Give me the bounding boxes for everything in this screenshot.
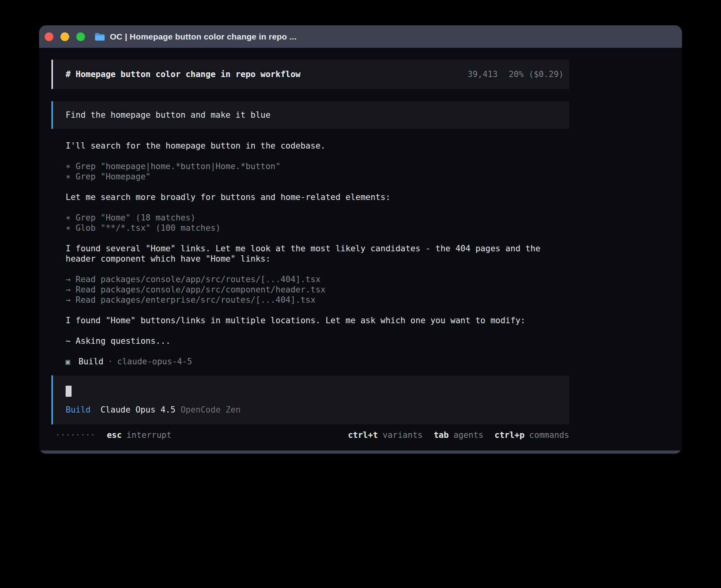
text-cursor bbox=[66, 386, 72, 397]
window-title: OC | Homepage button color change in rep… bbox=[110, 32, 296, 42]
agent-mode-label: Build bbox=[66, 405, 91, 415]
variants-label: variants bbox=[383, 430, 423, 440]
context-usage: 20% ($0.29) bbox=[509, 69, 564, 79]
model-label: Claude Opus 4.5 bbox=[100, 405, 176, 415]
opencode-tui: # Homepage button color change in repo w… bbox=[51, 60, 569, 440]
spinner-dots: ········ bbox=[55, 430, 95, 440]
tool-call-glob: ∗ Glob "**/*.tsx" (100 matches) bbox=[66, 223, 569, 233]
tool-call-grep: ∗ Grep "Home" (18 matches) bbox=[66, 213, 569, 223]
tab-key-hint: tab bbox=[434, 430, 449, 440]
esc-key-hint: esc bbox=[107, 430, 122, 440]
provider-label: OpenCode Zen bbox=[181, 405, 241, 415]
window-titlebar[interactable]: OC | Homepage button color change in rep… bbox=[39, 25, 682, 48]
activity-status: ~ Asking questions... bbox=[66, 336, 569, 346]
ctrl-t-key-hint: ctrl+t bbox=[348, 430, 378, 440]
tool-call-read: → Read packages/console/app/src/componen… bbox=[66, 285, 569, 295]
terminal-content: # Homepage button color change in repo w… bbox=[39, 48, 682, 450]
tool-call-group: ∗ Grep "Home" (18 matches) ∗ Glob "**/*.… bbox=[66, 213, 569, 233]
user-message-text: Find the homepage button and make it blu… bbox=[66, 110, 270, 120]
tool-call-grep: ∗ Grep "homepage|home.*button|Home.*butt… bbox=[66, 161, 569, 172]
status-right: ctrl+t variants tab agents ctrl+p comman… bbox=[348, 430, 569, 440]
read-call-group: → Read packages/console/app/src/routes/[… bbox=[66, 274, 569, 305]
agent-model: claude-opus-4-5 bbox=[117, 356, 192, 367]
esc-label: interrupt bbox=[126, 430, 172, 440]
agent-status-line: ▣ Build · claude-opus-4-5 bbox=[66, 356, 569, 367]
user-message: Find the homepage button and make it blu… bbox=[51, 101, 569, 129]
status-bar: ········ esc interrupt ctrl+t variants t… bbox=[51, 430, 569, 440]
shortcut-commands: ctrl+p commands bbox=[495, 430, 569, 440]
input-footer: Build Claude Opus 4.5 OpenCode Zen bbox=[66, 405, 569, 415]
status-left: ········ esc interrupt bbox=[55, 430, 172, 440]
tool-call-read: → Read packages/console/app/src/routes/[… bbox=[66, 274, 569, 285]
tool-call-grep: ∗ Grep "Homepage" bbox=[66, 172, 569, 182]
conversation: I'll search for the homepage button in t… bbox=[51, 141, 569, 367]
commands-label: commands bbox=[529, 430, 569, 440]
assistant-message: I found several "Home" links. Let me loo… bbox=[66, 243, 569, 264]
prompt-input[interactable]: Build Claude Opus 4.5 OpenCode Zen bbox=[51, 375, 569, 424]
zoom-button[interactable] bbox=[76, 32, 85, 41]
traffic-lights bbox=[45, 32, 85, 41]
separator-dot: · bbox=[108, 356, 113, 367]
ctrl-p-key-hint: ctrl+p bbox=[495, 430, 525, 440]
close-button[interactable] bbox=[45, 32, 53, 41]
session-title: # Homepage button color change in repo w… bbox=[66, 69, 300, 79]
assistant-message: Let me search more broadly for buttons a… bbox=[66, 192, 569, 202]
assistant-message: I found "Home" buttons/links in multiple… bbox=[66, 315, 569, 326]
window-bottom-edge bbox=[39, 450, 682, 454]
shortcut-variants: ctrl+t variants bbox=[348, 430, 423, 440]
assistant-message: I'll search for the homepage button in t… bbox=[66, 141, 569, 151]
agent-name: Build bbox=[78, 356, 103, 367]
session-stats: 39,413 20% ($0.29) bbox=[468, 69, 564, 79]
tool-call-group: ∗ Grep "homepage|home.*button|Home.*butt… bbox=[66, 161, 569, 182]
folder-icon bbox=[94, 32, 105, 41]
shortcut-agents: tab agents bbox=[434, 430, 483, 440]
token-count: 39,413 bbox=[468, 69, 498, 79]
tool-call-read: → Read packages/enterprise/src/routes/[.… bbox=[66, 295, 569, 305]
terminal-window: OC | Homepage button color change in rep… bbox=[39, 25, 682, 454]
titlebar-title-group: OC | Homepage button color change in rep… bbox=[94, 32, 296, 42]
minimize-button[interactable] bbox=[60, 32, 69, 41]
session-header: # Homepage button color change in repo w… bbox=[51, 60, 569, 89]
agents-label: agents bbox=[453, 430, 483, 440]
agent-icon: ▣ bbox=[66, 356, 70, 367]
